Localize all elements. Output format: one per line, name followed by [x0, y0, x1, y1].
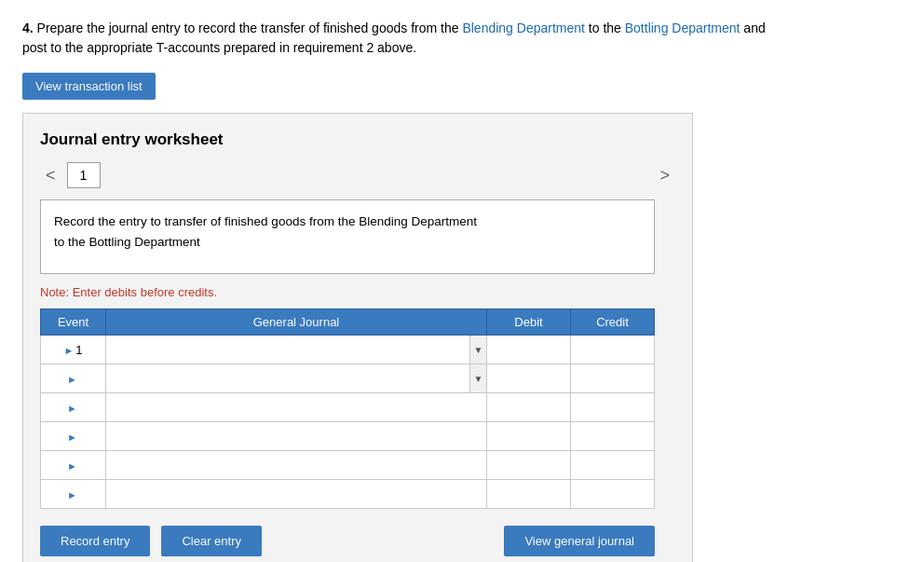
- event-cell-1: ►1: [41, 336, 106, 364]
- table-row: ►1 ▼: [41, 336, 655, 364]
- credit-input-5[interactable]: [571, 451, 654, 479]
- journal-cell-1[interactable]: ▼: [106, 336, 487, 364]
- record-entry-button[interactable]: Record entry: [40, 526, 150, 556]
- table-header-row: Event General Journal Debit Credit: [41, 309, 655, 336]
- debit-input-1[interactable]: [487, 336, 570, 363]
- view-general-journal-button[interactable]: View general journal: [504, 526, 655, 556]
- credit-input-1[interactable]: [571, 336, 654, 363]
- nav-row: < 1 >: [40, 162, 675, 188]
- dropdown-arrow-2[interactable]: ▼: [469, 364, 486, 392]
- dropdown-arrow-1[interactable]: ▼: [469, 336, 486, 363]
- event-cell-2: ►: [41, 364, 106, 393]
- journal-cell-5[interactable]: [106, 451, 487, 480]
- journal-input-5[interactable]: [106, 451, 486, 479]
- description-box: Record the entry to transfer of finished…: [40, 199, 655, 274]
- credit-input-4[interactable]: [571, 422, 654, 450]
- journal-input-2[interactable]: [106, 364, 469, 392]
- table-row: ►: [41, 451, 655, 480]
- debit-cell-4[interactable]: [487, 422, 571, 451]
- nav-prev-button[interactable]: <: [40, 164, 61, 187]
- worksheet-title: Journal entry worksheet: [40, 130, 675, 149]
- credit-cell-3[interactable]: [571, 393, 655, 422]
- debit-cell-6[interactable]: [487, 480, 571, 509]
- journal-cell-3[interactable]: [106, 393, 487, 422]
- journal-input-6[interactable]: [106, 480, 486, 508]
- credit-input-6[interactable]: [571, 480, 654, 508]
- journal-cell-2[interactable]: ▼: [106, 364, 487, 393]
- credit-cell-6[interactable]: [571, 480, 655, 509]
- debit-cell-2[interactable]: [487, 364, 571, 393]
- table-row: ► ▼: [41, 364, 655, 393]
- debit-cell-1[interactable]: [487, 336, 571, 364]
- page-number-box: 1: [67, 162, 101, 188]
- question-text: 4. Prepare the journal entry to record t…: [22, 19, 902, 58]
- table-row: ►: [41, 480, 655, 509]
- debit-input-3[interactable]: [487, 393, 570, 421]
- debit-cell-5[interactable]: [487, 451, 571, 480]
- debit-input-5[interactable]: [487, 451, 570, 479]
- event-cell-5: ►: [41, 451, 106, 480]
- view-transaction-list-button[interactable]: View transaction list: [22, 73, 156, 100]
- question-number: 4.: [22, 21, 34, 35]
- description-text: Record the entry to transfer of finished…: [54, 214, 477, 249]
- col-header-credit: Credit: [571, 309, 655, 336]
- journal-input-4[interactable]: [106, 422, 486, 450]
- debit-input-6[interactable]: [487, 480, 570, 508]
- debit-input-2[interactable]: [487, 364, 570, 392]
- credit-input-3[interactable]: [571, 393, 654, 421]
- clear-entry-button[interactable]: Clear entry: [161, 526, 262, 556]
- event-cell-3: ►: [41, 393, 106, 422]
- journal-input-3[interactable]: [106, 393, 486, 421]
- col-header-event: Event: [41, 309, 106, 336]
- buttons-row: Record entry Clear entry View general jo…: [40, 526, 655, 556]
- credit-cell-1[interactable]: [571, 336, 655, 364]
- event-cell-6: ►: [41, 480, 106, 509]
- table-row: ►: [41, 422, 655, 451]
- col-header-debit: Debit: [487, 309, 571, 336]
- debit-cell-3[interactable]: [487, 393, 571, 422]
- worksheet-container: Journal entry worksheet < 1 > Record the…: [22, 113, 693, 562]
- credit-input-2[interactable]: [571, 364, 654, 392]
- credit-cell-2[interactable]: [571, 364, 655, 393]
- credit-cell-4[interactable]: [571, 422, 655, 451]
- note-text: Note: Enter debits before credits.: [40, 285, 675, 299]
- page-number: 1: [80, 168, 88, 183]
- credit-cell-5[interactable]: [571, 451, 655, 480]
- table-row: ►: [41, 393, 655, 422]
- journal-input-1[interactable]: [106, 336, 469, 363]
- journal-cell-4[interactable]: [106, 422, 487, 451]
- nav-next-button[interactable]: >: [654, 164, 675, 187]
- journal-cell-6[interactable]: [106, 480, 487, 509]
- event-cell-4: ►: [41, 422, 106, 451]
- debit-input-4[interactable]: [487, 422, 570, 450]
- col-header-general-journal: General Journal: [106, 309, 487, 336]
- journal-table: Event General Journal Debit Credit ►1 ▼: [40, 308, 655, 509]
